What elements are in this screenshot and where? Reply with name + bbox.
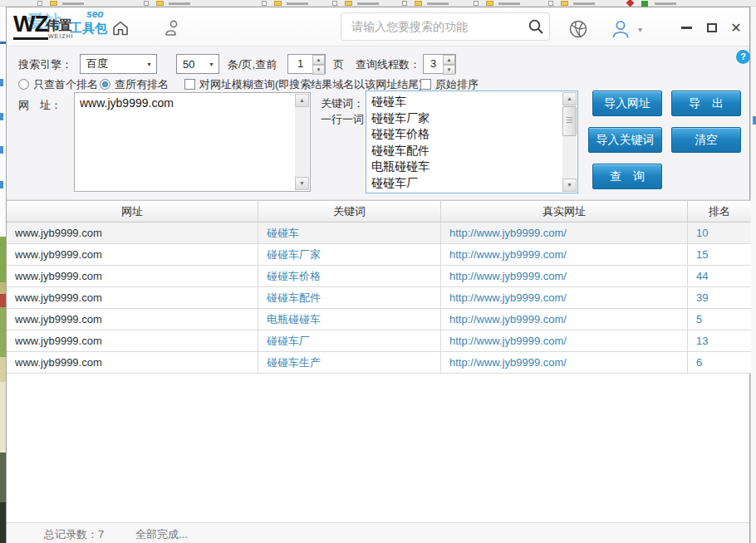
app-window: 爱站 WZ 伟置 seo 工具包 WEIZHI ▾ ✕ 搜索引擎： bbox=[6, 7, 750, 543]
cell-keyword[interactable]: 碰碰车厂家 bbox=[258, 244, 441, 265]
keyword-scrollbar-thumb[interactable] bbox=[562, 106, 577, 136]
spinner-up-icon[interactable]: ▲ bbox=[443, 55, 455, 65]
close-icon: ✕ bbox=[730, 20, 741, 36]
cell-keyword[interactable]: 碰碰车配件 bbox=[258, 287, 441, 308]
fuzzy-query-checkbox[interactable] bbox=[184, 79, 195, 90]
cell-url: www.jyb9999.com bbox=[7, 266, 258, 286]
spinner-down-icon[interactable]: ▼ bbox=[443, 65, 455, 75]
function-search-input[interactable] bbox=[341, 20, 523, 33]
radio-first-rank-option[interactable]: 只查首个排名 bbox=[18, 77, 98, 92]
spinner-up-icon[interactable]: ▲ bbox=[312, 55, 325, 65]
keyword-label: 关键词： bbox=[321, 96, 364, 111]
home-button[interactable] bbox=[110, 17, 131, 39]
background-folder-icon bbox=[156, 1, 164, 6]
threads-value: 3 bbox=[424, 55, 443, 73]
page-count-stepper[interactable]: 1 ▲ ▼ bbox=[287, 54, 326, 74]
scroll-up-icon[interactable]: ▲ bbox=[562, 92, 577, 105]
scroll-down-icon[interactable]: ▼ bbox=[562, 179, 577, 192]
cell-keyword[interactable]: 碰碰车价格 bbox=[258, 266, 441, 286]
table-row[interactable]: www.jyb9999.com 碰碰车厂 http://www.jyb9999.… bbox=[7, 330, 751, 352]
clear-button[interactable]: 清空 bbox=[671, 127, 741, 153]
cell-keyword[interactable]: 碰碰车 bbox=[258, 223, 441, 243]
cell-real-url[interactable]: http://www.jyb9999.com/ bbox=[441, 266, 688, 286]
cell-real-url[interactable]: http://www.jyb9999.com/ bbox=[441, 330, 688, 351]
cell-rank: 5 bbox=[688, 309, 751, 330]
network-button[interactable] bbox=[567, 18, 589, 40]
per-page-selected-value: 50 bbox=[177, 58, 204, 71]
query-button[interactable]: 查 询 bbox=[592, 164, 662, 189]
cell-rank: 39 bbox=[688, 287, 751, 308]
account-button[interactable]: ▾ bbox=[610, 18, 650, 40]
logo-wz-text: WZ bbox=[13, 11, 48, 40]
cell-real-url[interactable]: http://www.jyb9999.com/ bbox=[441, 309, 688, 330]
background-green-icon bbox=[641, 1, 648, 7]
cell-keyword[interactable]: 电瓶碰碰车 bbox=[258, 309, 441, 330]
background-text-fragment bbox=[498, 2, 520, 5]
spinner-down-icon[interactable]: ▼ bbox=[312, 65, 325, 75]
background-checkbox bbox=[402, 1, 407, 6]
cell-real-url[interactable]: http://www.jyb9999.com/ bbox=[441, 223, 688, 243]
scroll-up-icon[interactable]: ▲ bbox=[295, 94, 309, 107]
logo-weizhi-en-text: WEIZHI bbox=[48, 33, 74, 39]
table-row[interactable]: www.jyb9999.com 碰碰车 http://www.jyb9999.c… bbox=[7, 223, 751, 244]
original-order-checkbox[interactable] bbox=[420, 79, 431, 90]
logo-seo-text: seo bbox=[86, 8, 104, 20]
column-header-keyword[interactable]: 关键词 bbox=[258, 201, 441, 222]
fuzzy-query-label: 对网址模糊查询(即搜索结果域名以该网址结尾) bbox=[199, 78, 423, 90]
cell-url: www.jyb9999.com bbox=[7, 223, 258, 243]
close-button[interactable]: ✕ bbox=[726, 20, 746, 35]
engine-label: 搜索引擎： bbox=[18, 57, 72, 72]
keyword-scrollbar[interactable]: ▲ ▼ bbox=[562, 92, 577, 192]
column-header-url[interactable]: 网址 bbox=[7, 201, 258, 222]
background-link-fragment bbox=[0, 181, 3, 188]
per-page-select[interactable]: 50 ▾ bbox=[176, 54, 219, 74]
contacts-button[interactable] bbox=[160, 17, 182, 39]
results-table: 网址 关键词 真实网址 排名 www.jyb9999.com 碰碰车 http:… bbox=[7, 200, 751, 374]
background-blue-line bbox=[0, 42, 6, 44]
home-icon bbox=[111, 19, 130, 37]
radio-first-rank[interactable] bbox=[18, 79, 29, 90]
maximize-button[interactable] bbox=[702, 20, 722, 35]
radio-first-rank-label: 只查首个排名 bbox=[33, 78, 98, 90]
background-folder-icon bbox=[486, 1, 493, 6]
table-row[interactable]: www.jyb9999.com 碰碰车配件 http://www.jyb9999… bbox=[7, 287, 751, 309]
engine-select[interactable]: 百度 ▾ bbox=[80, 54, 157, 74]
table-row[interactable]: www.jyb9999.com 碰碰车厂家 http://www.jyb9999… bbox=[7, 244, 751, 266]
url-label: 网 址： bbox=[18, 98, 61, 113]
cell-keyword[interactable]: 碰碰车生产 bbox=[258, 352, 441, 373]
minimize-button[interactable] bbox=[676, 20, 696, 35]
column-header-rank[interactable]: 排名 bbox=[688, 201, 751, 222]
import-keywords-button[interactable]: 导入关键词 bbox=[588, 127, 662, 153]
export-button[interactable]: 导 出 bbox=[671, 90, 741, 116]
table-row[interactable]: www.jyb9999.com 碰碰车价格 http://www.jyb9999… bbox=[7, 266, 751, 287]
table-row[interactable]: www.jyb9999.com 电瓶碰碰车 http://www.jyb9999… bbox=[7, 309, 751, 330]
background-checkbox bbox=[37, 1, 42, 6]
cell-keyword[interactable]: 碰碰车厂 bbox=[258, 330, 441, 351]
cell-real-url[interactable]: http://www.jyb9999.com/ bbox=[441, 287, 688, 308]
import-urls-button[interactable]: 导入网址 bbox=[592, 90, 662, 116]
background-folder-icon bbox=[561, 1, 568, 6]
background-folder-icon bbox=[50, 1, 57, 6]
cell-url: www.jyb9999.com bbox=[7, 309, 258, 330]
cell-rank: 44 bbox=[688, 266, 751, 286]
scroll-down-icon[interactable]: ▼ bbox=[295, 177, 309, 190]
threads-label: 查询线程数： bbox=[356, 57, 420, 72]
account-caret-down-icon[interactable]: ▾ bbox=[638, 25, 642, 34]
table-row[interactable]: www.jyb9999.com 碰碰车生产 http://www.jyb9999… bbox=[7, 352, 751, 374]
background-checkbox bbox=[474, 1, 479, 6]
url-textarea[interactable]: www.jyb9999.com ▲ ▼ bbox=[74, 92, 311, 192]
cell-real-url[interactable]: http://www.jyb9999.com/ bbox=[441, 244, 688, 265]
keyword-textarea[interactable]: 碰碰车 碰碰车厂家 碰碰车价格 碰碰车配件 电瓶碰碰车 碰碰车厂 ▲ ▼ bbox=[366, 90, 578, 193]
threads-stepper[interactable]: 3 ▲ ▼ bbox=[423, 54, 456, 74]
radio-all-ranks[interactable] bbox=[100, 79, 110, 90]
radio-all-ranks-option[interactable]: 查所有排名 bbox=[100, 77, 169, 92]
background-text-fragment bbox=[573, 2, 595, 5]
cell-real-url[interactable]: http://www.jyb9999.com/ bbox=[441, 352, 688, 373]
column-header-real-url[interactable]: 真实网址 bbox=[441, 201, 688, 222]
function-search-box bbox=[341, 12, 550, 41]
help-button[interactable]: ? bbox=[736, 50, 750, 64]
background-image-fragment bbox=[0, 237, 6, 282]
url-scrollbar[interactable]: ▲ ▼ bbox=[295, 94, 309, 190]
search-icon[interactable] bbox=[523, 18, 549, 35]
per-page-suffix-label: 条/页,查前 bbox=[228, 57, 277, 72]
